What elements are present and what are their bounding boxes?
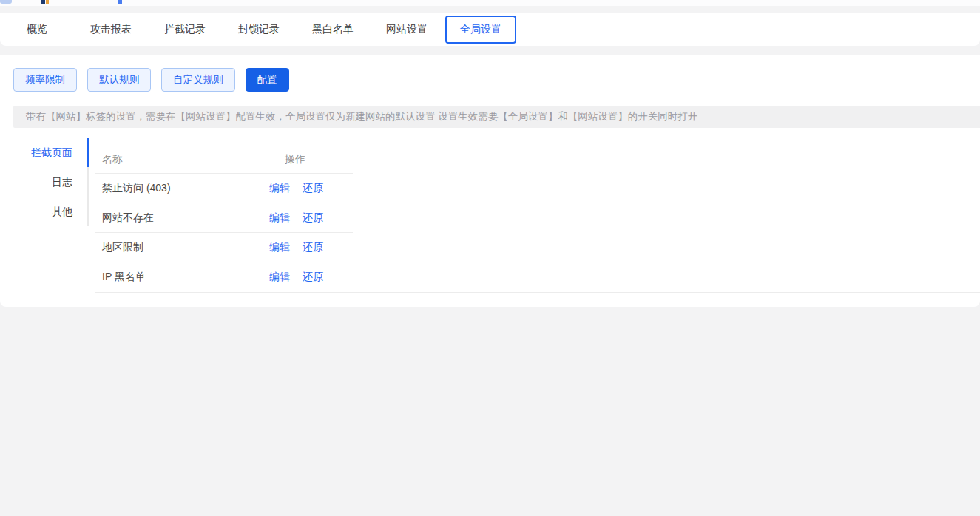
cutoff-fragment-square bbox=[118, 0, 122, 4]
tab-blackwhite-list[interactable]: 黑白名单 bbox=[296, 23, 370, 36]
settings-toolbar: 频率限制 默认规则 自定义规则 配置 bbox=[13, 68, 289, 92]
global-settings-panel: 频率限制 默认规则 自定义规则 配置 带有【网站】标签的设置，需要在【网站设置】… bbox=[0, 55, 980, 307]
rule-name: 网站不存在 bbox=[95, 211, 269, 225]
default-rules-button[interactable]: 默认规则 bbox=[87, 68, 151, 92]
table-row: IP 黑名单 编辑 还原 bbox=[95, 262, 353, 292]
table-row: 地区限制 编辑 还原 bbox=[95, 233, 353, 262]
tab-attack-report[interactable]: 攻击报表 bbox=[74, 23, 148, 36]
tab-ban-records[interactable]: 封锁记录 bbox=[222, 23, 296, 36]
cutoff-fragment-dot bbox=[46, 0, 49, 4]
restore-link[interactable]: 还原 bbox=[303, 271, 323, 284]
main-tab-bar: 概览 攻击报表 拦截记录 封锁记录 黑白名单 网站设置 全局设置 bbox=[0, 13, 980, 46]
custom-rules-button[interactable]: 自定义规则 bbox=[161, 68, 235, 92]
edit-link[interactable]: 编辑 bbox=[269, 271, 290, 284]
table-bottom-divider bbox=[95, 292, 980, 293]
column-header-actions: 操作 bbox=[269, 153, 305, 166]
cutoff-fragment-bar bbox=[41, 0, 45, 4]
tab-overview[interactable]: 概览 bbox=[0, 23, 74, 36]
block-page-table: 名称 操作 禁止访问 (403) 编辑 还原 网站不存在 编辑 还原 地区限制 … bbox=[95, 146, 980, 292]
rate-limit-button[interactable]: 频率限制 bbox=[13, 68, 77, 92]
edit-link[interactable]: 编辑 bbox=[269, 182, 290, 195]
tab-global-settings[interactable]: 全局设置 bbox=[445, 16, 516, 44]
table-row: 禁止访问 (403) 编辑 还原 bbox=[95, 174, 353, 203]
notice-bar: 带有【网站】标签的设置，需要在【网站设置】配置生效，全局设置仅为新建网站的默认设… bbox=[13, 106, 980, 128]
subnav-item-block-page[interactable]: 拦截页面 bbox=[0, 138, 89, 167]
rule-name: 地区限制 bbox=[95, 241, 269, 254]
tab-block-records[interactable]: 拦截记录 bbox=[148, 23, 222, 36]
restore-link[interactable]: 还原 bbox=[303, 241, 323, 254]
restore-link[interactable]: 还原 bbox=[303, 182, 323, 195]
subnav-item-logs[interactable]: 日志 bbox=[0, 167, 89, 197]
notice-text: 带有【网站】标签的设置，需要在【网站设置】配置生效，全局设置仅为新建网站的默认设… bbox=[26, 110, 697, 123]
rule-name: IP 黑名单 bbox=[95, 271, 269, 284]
column-header-name: 名称 bbox=[95, 153, 269, 166]
restore-link[interactable]: 还原 bbox=[303, 211, 323, 225]
edit-link[interactable]: 编辑 bbox=[269, 241, 290, 254]
cutoff-top-strip bbox=[0, 0, 980, 6]
config-button[interactable]: 配置 bbox=[246, 68, 289, 92]
subnav-item-other[interactable]: 其他 bbox=[0, 197, 89, 226]
table-row: 网站不存在 编辑 还原 bbox=[95, 203, 353, 233]
table-header-row: 名称 操作 bbox=[95, 146, 353, 174]
edit-link[interactable]: 编辑 bbox=[269, 211, 290, 225]
tab-site-settings[interactable]: 网站设置 bbox=[370, 23, 444, 36]
rule-name: 禁止访问 (403) bbox=[95, 182, 269, 195]
cutoff-fragment-icon bbox=[0, 0, 12, 4]
config-subnav: 拦截页面 日志 其他 bbox=[0, 138, 89, 226]
